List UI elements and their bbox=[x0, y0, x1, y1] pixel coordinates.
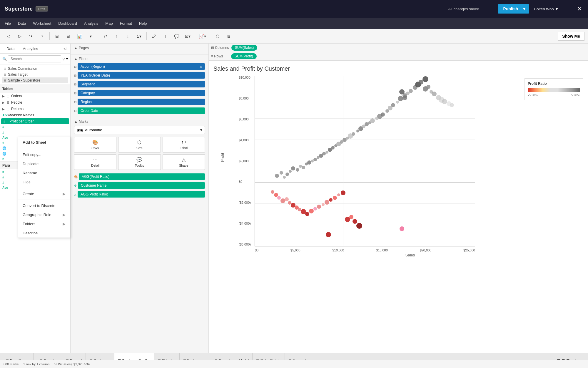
red-dot-far[interactable] bbox=[400, 226, 404, 231]
filter-action-region[interactable]: Action (Region) ⇲ bbox=[78, 63, 205, 70]
dot[interactable] bbox=[291, 166, 295, 170]
context-menu-edit-copy[interactable]: Edit copy... bbox=[18, 150, 70, 159]
filter-category[interactable]: Category bbox=[78, 90, 205, 96]
filter-icon[interactable]: ▽ bbox=[62, 57, 65, 61]
table-people[interactable]: ▶ ⊟ People bbox=[0, 99, 70, 106]
dot[interactable] bbox=[381, 112, 385, 117]
menu-data[interactable]: Data bbox=[18, 21, 26, 26]
table-orders[interactable]: ▶ ⊟ Orders bbox=[0, 93, 70, 99]
field-measure-names[interactable]: Abc Measure Names bbox=[0, 112, 70, 118]
dot[interactable] bbox=[391, 103, 395, 107]
datasource-sales-target[interactable]: ⊞ Sales Target bbox=[2, 72, 68, 77]
context-menu-rename[interactable]: Rename bbox=[18, 168, 70, 178]
red-dot-bottom[interactable] bbox=[326, 232, 331, 237]
search-input[interactable] bbox=[8, 55, 61, 62]
undo-button[interactable]: ◁ bbox=[4, 31, 14, 41]
red-dot[interactable] bbox=[288, 201, 291, 205]
chart-type-dropdown[interactable]: ▾ bbox=[86, 31, 96, 41]
datasource-sales-commission[interactable]: ⊞ Sales Commission bbox=[2, 66, 68, 72]
marks-pill-profit-ratio-shape[interactable]: AGG(Profit Ratio) bbox=[78, 191, 205, 198]
marks-size-btn[interactable]: ⬡ Size bbox=[118, 137, 161, 152]
dot[interactable] bbox=[313, 158, 317, 161]
bar-chart-button[interactable]: 📈▾ bbox=[198, 31, 208, 41]
context-menu-create[interactable]: Create ▶ bbox=[18, 189, 70, 198]
dot[interactable] bbox=[322, 152, 326, 155]
dot[interactable] bbox=[275, 174, 279, 178]
sum-button[interactable]: Σ▾ bbox=[134, 31, 144, 41]
menu-help[interactable]: Help bbox=[139, 21, 147, 26]
red-dot[interactable] bbox=[333, 196, 337, 200]
marks-label[interactable]: ▲ Marks bbox=[74, 120, 205, 124]
dot-top-3[interactable] bbox=[402, 95, 407, 100]
dot[interactable] bbox=[385, 109, 389, 113]
red-dot[interactable] bbox=[317, 205, 321, 209]
pages-label[interactable]: ▲ Pages bbox=[74, 46, 205, 50]
red-dot[interactable] bbox=[337, 193, 340, 196]
rows-pill[interactable]: SUM(Profit) bbox=[231, 53, 257, 59]
marks-label-btn[interactable]: 🏷 Label bbox=[163, 137, 205, 152]
menu-file[interactable]: File bbox=[5, 21, 11, 26]
menu-map[interactable]: Map bbox=[105, 21, 113, 26]
red-dot[interactable] bbox=[325, 200, 329, 205]
tooltip-button[interactable]: 💬 bbox=[171, 31, 181, 41]
filter-year-order-date[interactable]: YEAR(Order Date) bbox=[78, 72, 205, 79]
sort-icon[interactable]: ▾ bbox=[66, 57, 68, 61]
red-dot-big[interactable] bbox=[356, 223, 362, 229]
annotate-button[interactable]: T bbox=[160, 31, 170, 41]
dot[interactable] bbox=[450, 103, 454, 107]
redo-dropdown-button[interactable]: ▾ bbox=[37, 31, 47, 41]
context-menu-add-to-sheet[interactable]: Add to Sheet bbox=[18, 137, 70, 147]
marks-tooltip-btn[interactable]: 💬 Tooltip bbox=[118, 154, 161, 170]
dot[interactable] bbox=[442, 99, 447, 104]
tab-data[interactable]: Data bbox=[2, 45, 19, 53]
dot[interactable] bbox=[285, 173, 289, 176]
dot[interactable] bbox=[302, 166, 305, 169]
copy-button[interactable]: ⊟ bbox=[63, 31, 73, 41]
red-dot[interactable] bbox=[305, 212, 309, 216]
marks-pill-profit-ratio-color[interactable]: AGG(Profit Ratio) bbox=[79, 173, 205, 180]
close-button[interactable]: ✕ bbox=[577, 5, 582, 12]
dot[interactable] bbox=[331, 146, 335, 150]
menu-dashboard[interactable]: Dashboard bbox=[58, 21, 77, 26]
device-button[interactable]: 🖥 bbox=[224, 31, 234, 41]
red-dot[interactable] bbox=[271, 190, 274, 194]
red-dot[interactable] bbox=[298, 208, 301, 211]
dot[interactable] bbox=[352, 132, 355, 136]
dot[interactable] bbox=[280, 171, 283, 175]
field-4[interactable]: # bbox=[0, 130, 70, 135]
menu-analysis[interactable]: Analysis bbox=[84, 21, 98, 26]
context-menu-hide[interactable]: Hide bbox=[18, 178, 70, 187]
dot[interactable] bbox=[299, 165, 302, 168]
dot[interactable] bbox=[370, 118, 375, 123]
filter-segment[interactable]: Segment bbox=[78, 81, 205, 87]
dot[interactable] bbox=[289, 170, 292, 173]
collapse-panel-button[interactable]: ◁ bbox=[62, 45, 68, 53]
dot[interactable] bbox=[398, 96, 403, 101]
present-button[interactable]: ⬡ bbox=[213, 31, 223, 41]
table-returns[interactable]: ▶ ⊟ Returns bbox=[0, 106, 70, 112]
context-menu-geographic[interactable]: Geographic Role ▶ bbox=[18, 210, 70, 219]
context-menu-describe[interactable]: Describe... bbox=[18, 228, 70, 238]
dot-top-1[interactable] bbox=[422, 76, 428, 82]
sort-desc-button[interactable]: ↓ bbox=[123, 31, 133, 41]
marks-pill-customer-name[interactable]: Customer Name bbox=[78, 182, 205, 189]
filter-order-date[interactable]: Order Date bbox=[78, 107, 205, 114]
swap-button[interactable]: ⇄ bbox=[101, 31, 111, 41]
dot[interactable] bbox=[409, 89, 413, 93]
red-dot[interactable] bbox=[322, 203, 325, 206]
menu-format[interactable]: Format bbox=[120, 21, 132, 26]
context-menu-folders[interactable]: Folders ▶ bbox=[18, 219, 70, 228]
tab-analytics[interactable]: Analytics bbox=[19, 45, 42, 53]
red-dot[interactable] bbox=[309, 209, 314, 213]
new-sheet-button[interactable]: ⊞ bbox=[52, 31, 62, 41]
view-button[interactable]: ⊡▾ bbox=[183, 31, 193, 41]
marks-shape-btn[interactable]: △ Shape bbox=[163, 154, 205, 170]
dot[interactable] bbox=[343, 138, 347, 142]
context-menu-convert-discrete[interactable]: Convert to Discrete bbox=[18, 201, 70, 210]
context-menu-duplicate[interactable]: Duplicate bbox=[18, 159, 70, 168]
red-dot[interactable] bbox=[353, 219, 357, 224]
red-dot[interactable] bbox=[313, 207, 317, 210]
dot[interactable] bbox=[283, 176, 286, 179]
marks-type-select[interactable]: ◉◉ Automatic ▾ bbox=[74, 126, 205, 134]
filter-region[interactable]: Region bbox=[78, 99, 205, 105]
